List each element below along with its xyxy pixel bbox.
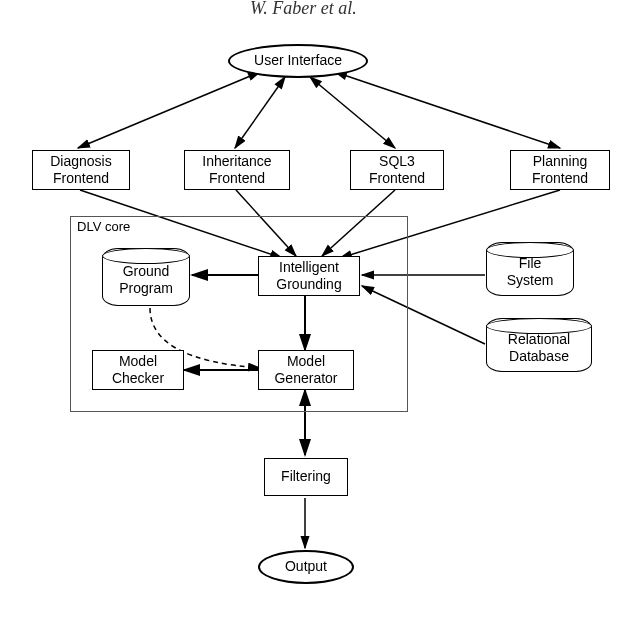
svg-line-2 — [310, 77, 395, 148]
filtering-node: Filtering — [264, 458, 348, 496]
output-node: Output — [258, 550, 354, 584]
dlv-core-label: DLV core — [77, 219, 130, 234]
relational-database-node: Relational Database — [486, 318, 592, 372]
ground-program-node: Ground Program — [102, 248, 190, 306]
model-generator-node: Model Generator — [258, 350, 354, 390]
intelligent-grounding-node: Intelligent Grounding — [258, 256, 360, 296]
inheritance-frontend-node: Inheritance Frontend — [184, 150, 290, 190]
model-checker-node: Model Checker — [92, 350, 184, 390]
user-interface-node: User Interface — [228, 44, 368, 78]
file-system-node: File System — [486, 242, 574, 296]
page-header: W. Faber et al. — [250, 0, 357, 19]
svg-line-0 — [78, 72, 260, 148]
svg-line-3 — [335, 72, 560, 148]
planning-frontend-node: Planning Frontend — [510, 150, 610, 190]
sql3-frontend-node: SQL3 Frontend — [350, 150, 444, 190]
svg-line-1 — [235, 77, 285, 148]
diagnosis-frontend-node: Diagnosis Frontend — [32, 150, 130, 190]
